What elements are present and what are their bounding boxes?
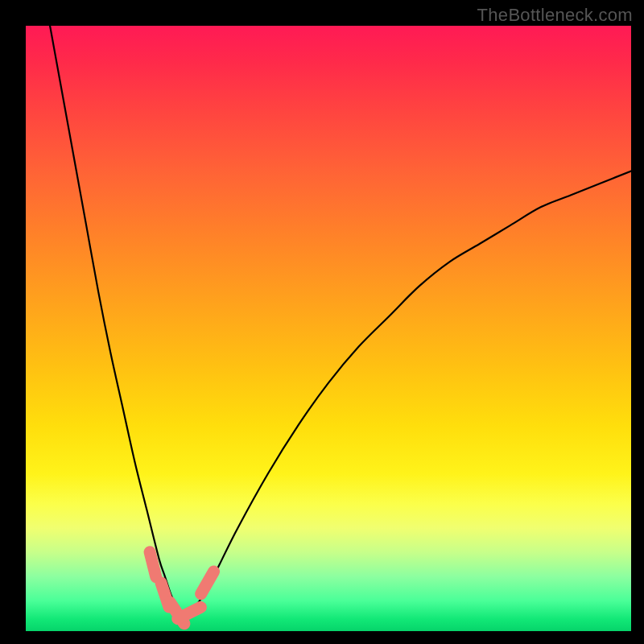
bottleneck-markers: [26, 26, 631, 631]
watermark-text: TheBottleneck.com: [477, 5, 633, 26]
bottleneck-marker: [201, 572, 214, 594]
bottleneck-marker: [150, 552, 156, 577]
plot-area: [26, 26, 631, 631]
chart-frame: TheBottleneck.com: [0, 0, 644, 644]
